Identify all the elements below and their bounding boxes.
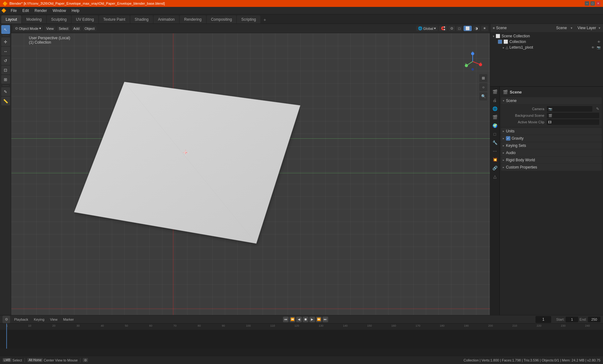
constraints-icon[interactable]: 🔗: [491, 164, 499, 172]
material-preview[interactable]: ◑: [473, 26, 480, 31]
solid-mode[interactable]: ⬜: [464, 26, 472, 31]
move-tool[interactable]: ↔: [1, 47, 10, 56]
collection-vis-icon[interactable]: 👁: [597, 40, 600, 44]
minimize-button[interactable]: –: [585, 1, 589, 6]
view-menu[interactable]: View: [44, 26, 56, 31]
timeline-track[interactable]: [0, 330, 603, 349]
object-vis-icon[interactable]: 👁: [591, 46, 595, 49]
annotate-tool[interactable]: ✎: [1, 87, 10, 96]
menu-file[interactable]: File: [8, 8, 19, 13]
tab-uv-editing[interactable]: UV Editing: [72, 15, 98, 24]
collection-visibility[interactable]: [498, 40, 502, 44]
add-workspace-button[interactable]: +: [261, 16, 269, 24]
toggle-overlays[interactable]: ○: [479, 83, 487, 91]
world-properties-icon[interactable]: 🌍: [491, 122, 499, 129]
menu-help[interactable]: Help: [69, 8, 82, 13]
tab-rendering[interactable]: Rendering: [180, 15, 206, 24]
object-render-icon[interactable]: 📷: [597, 46, 600, 49]
tab-shading[interactable]: Shading: [130, 15, 153, 24]
rotate-tool[interactable]: ↺: [1, 56, 10, 65]
render-properties-icon[interactable]: 🎬: [491, 88, 499, 95]
rigid-body-world-section[interactable]: ▸ Rigid Body World: [501, 157, 602, 163]
toggle-xray[interactable]: 🔍: [479, 92, 487, 100]
filter-icon[interactable]: ▾: [571, 26, 573, 30]
marker-menu[interactable]: Marker: [62, 317, 75, 322]
jump-start-button[interactable]: ⏮: [283, 317, 289, 322]
scene-properties-icon[interactable]: 🎬: [491, 113, 499, 121]
gravity-section[interactable]: ▸ ✓ Gravity: [501, 135, 602, 142]
viewport-gizmo[interactable]: X Y Z: [462, 51, 484, 72]
left-toolbar: ↖ ✛ ↔ ↺ ⊡ ⊞ ✎ 📏: [0, 24, 11, 315]
view-layer-dropdown[interactable]: ▾: [599, 26, 600, 30]
mode-icon: ⊙: [15, 26, 18, 30]
step-forward-button[interactable]: ⏩: [316, 317, 322, 322]
tab-modeling[interactable]: Modeling: [22, 15, 46, 24]
menu-window[interactable]: Window: [50, 8, 68, 13]
outliner-object[interactable]: ▸ △ Letters1_pivot 👁 📷: [502, 45, 602, 50]
modifier-properties-icon[interactable]: 🔧: [491, 139, 499, 146]
outliner-scene-collection[interactable]: ▾ ⬜ Scene Collection: [492, 33, 602, 39]
rendered-mode[interactable]: ☀: [481, 26, 488, 31]
output-properties-icon[interactable]: 🖨: [491, 96, 499, 104]
data-icon[interactable]: △: [491, 173, 499, 180]
units-section[interactable]: ▸ Units: [501, 128, 602, 135]
background-scene-value[interactable]: 🎬: [547, 113, 599, 118]
current-frame-display[interactable]: 1: [535, 316, 551, 323]
wireframe-mode[interactable]: □: [456, 26, 462, 31]
playback-mode-icon[interactable]: ⊙: [3, 316, 10, 323]
scene-section-label: Scene: [506, 99, 517, 103]
step-back-button[interactable]: ⏪: [290, 317, 295, 322]
particles-icon[interactable]: ⋯: [491, 147, 499, 155]
menu-edit[interactable]: Edit: [20, 8, 31, 13]
select-tool[interactable]: ↖: [1, 25, 10, 34]
timeline-ruler[interactable]: 1102030405060708090100110120130140150160…: [0, 324, 603, 330]
toggle-grid[interactable]: ⊞: [479, 74, 487, 82]
close-button[interactable]: ✕: [596, 1, 600, 6]
end-frame-input[interactable]: 250: [588, 317, 600, 322]
select-menu[interactable]: Select: [57, 26, 70, 31]
frame-mark-1: 1: [6, 324, 8, 327]
audio-section[interactable]: ▸ Audio: [501, 149, 602, 156]
menu-render[interactable]: Render: [32, 8, 49, 13]
maximize-button[interactable]: □: [590, 1, 595, 6]
playback-menu[interactable]: Playback: [13, 317, 30, 322]
cursor-tool[interactable]: ✛: [1, 37, 10, 46]
scale-tool[interactable]: ⊡: [1, 66, 10, 74]
play-button[interactable]: ▶: [309, 317, 315, 322]
jump-end-button[interactable]: ⏭: [323, 317, 328, 322]
tab-compositing[interactable]: Compositing: [207, 15, 236, 24]
keying-sets-section[interactable]: ▸ Keying Sets: [501, 142, 602, 149]
play-back-button[interactable]: ◀: [296, 317, 302, 322]
scene-section-header[interactable]: ▾ Scene: [501, 97, 602, 104]
proportional-edit[interactable]: ⊙: [448, 26, 455, 31]
camera-value[interactable]: 📷: [547, 106, 592, 112]
tab-scripting[interactable]: Scripting: [237, 15, 260, 24]
add-menu[interactable]: Add: [72, 26, 82, 31]
tab-animation[interactable]: Animation: [154, 15, 179, 24]
measure-tool[interactable]: 📏: [1, 97, 10, 105]
camera-edit-icon[interactable]: ✎: [596, 107, 599, 111]
object-properties-icon[interactable]: □: [491, 130, 499, 138]
snap-button[interactable]: 🧲: [439, 26, 447, 31]
frame-mark-240: 240: [585, 324, 590, 327]
transform-tool[interactable]: ⊞: [1, 75, 10, 84]
custom-properties-section[interactable]: ▸ Custom Properties: [501, 164, 602, 171]
mode-selector[interactable]: ⊙ Object Mode ▾: [13, 26, 43, 31]
frame-mark-130: 130: [319, 324, 323, 327]
physics-icon[interactable]: 💥: [491, 156, 499, 163]
active-clip-value[interactable]: 🎞: [547, 119, 599, 125]
start-frame-input[interactable]: 1: [566, 317, 578, 322]
view-menu-tl[interactable]: View: [48, 317, 59, 322]
object-menu[interactable]: Object: [83, 26, 96, 31]
viewport-shading-type[interactable]: 🌐 Global ▾: [416, 26, 438, 31]
viewport-container[interactable]: User Perspective (Local) (1) Collection: [11, 33, 490, 315]
gravity-checkbox[interactable]: ✓: [506, 136, 510, 141]
tab-texture-paint[interactable]: Texture Paint: [99, 15, 130, 24]
frame-mark-200: 200: [488, 324, 493, 327]
stop-button[interactable]: ⏹: [303, 317, 308, 322]
tab-sculpting[interactable]: Sculpting: [47, 15, 71, 24]
tab-layout[interactable]: Layout: [1, 15, 21, 24]
outliner-collection[interactable]: ⬜ Collection 👁: [497, 39, 602, 45]
keying-menu[interactable]: Keying: [32, 317, 46, 322]
view-layer-properties-icon[interactable]: 🌐: [491, 105, 499, 112]
